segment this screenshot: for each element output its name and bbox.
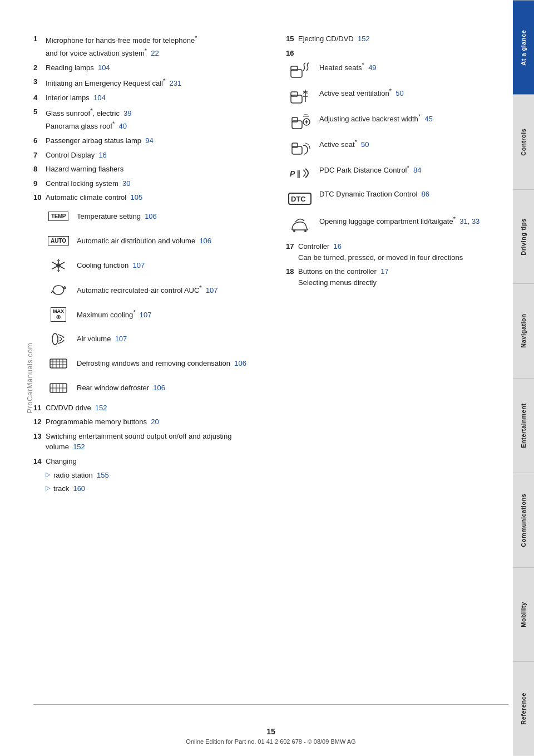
airvolume-icon <box>47 330 70 348</box>
tab-at-a-glance[interactable]: At a glance <box>513 0 534 95</box>
svg-text:DTC: DTC <box>291 195 306 203</box>
climate-row-max: MAX◎ Maximum cooling* 107 <box>46 305 269 325</box>
climate-section: TEMP Temperature setting 106 AUTO Automa… <box>46 207 269 398</box>
arrow-icon: ▷ <box>46 483 50 494</box>
svg-text:A: A <box>62 285 66 290</box>
seat-item-dtc: DTC DTC Dynamic Traction Control 86 <box>286 189 508 209</box>
list-item: 5 Glass sunroof*, electric 39 Panorama g… <box>33 106 269 132</box>
climate-row-airvolume: Air volume 107 <box>46 329 269 349</box>
seat-item-active: Active seat* 50 <box>286 138 508 158</box>
page-number: 15 <box>33 727 508 736</box>
right-column: 15 Ejecting CD/DVD 152 16 <box>286 33 508 496</box>
defrost-icon <box>47 355 70 372</box>
list-item: 14 Changing <box>33 456 269 467</box>
dtc-icon: DTC <box>288 189 312 209</box>
seat-item-ventilation: Active seat ventilation* 50 <box>286 86 508 106</box>
tab-mobility[interactable]: Mobility <box>513 567 534 662</box>
seat-ventilation-icon <box>288 86 312 106</box>
list-item: 9 Central locking system 30 <box>33 178 269 189</box>
tab-communications[interactable]: Communications <box>513 473 534 567</box>
list-item: 6 Passenger airbag status lamp 94 <box>33 135 269 146</box>
indent-item: ▷ track 160 <box>46 483 269 494</box>
tab-reference[interactable]: Reference <box>513 661 534 756</box>
list-item: 18 Buttons on the controller 17Selecting… <box>286 266 508 288</box>
list-item: 7 Control Display 16 <box>33 150 269 161</box>
seat-item-luggage: Opening luggage compartment lid/tailgate… <box>286 214 508 234</box>
snowflake-icon <box>47 257 70 274</box>
backrest-icon <box>288 112 312 132</box>
indent-item: ▷ radio station 155 <box>46 470 269 481</box>
list-item: 15 Ejecting CD/DVD 152 <box>286 33 508 45</box>
climate-row-defrost: Defrosting windows and removing condensa… <box>46 354 269 374</box>
list-item: 2 Reading lamps 104 <box>33 62 269 73</box>
sub-list: ▷ radio station 155 ▷ track 160 <box>46 470 269 494</box>
list-item: 17 Controller 16Can be turned, pressed, … <box>286 241 508 263</box>
rear-defrost-icon <box>47 379 70 397</box>
page-footer: 15 Online Edition for Part no. 01 41 2 6… <box>33 667 508 756</box>
seat-item-pdc: P ∥ PDC Park Distance Control* 84 <box>286 163 508 183</box>
footer-text: Online Edition for Part no. 01 41 2 602 … <box>33 738 508 745</box>
active-seat-icon <box>288 138 312 158</box>
sidebar-tabs: At a glance Controls Driving tips Naviga… <box>513 0 534 756</box>
seat-item-backrest: Adjusting active backrest width* 45 <box>286 112 508 132</box>
svg-text:P: P <box>290 169 295 178</box>
list-item: 3 Initiating an Emergency Request call* … <box>33 76 269 89</box>
svg-point-42 <box>304 230 306 232</box>
list-item: 4 Interior lamps 104 <box>33 92 269 104</box>
climate-row-rear-defrost: Rear window defroster 106 <box>46 378 269 398</box>
watermark: ProCarManuals.com <box>26 343 34 414</box>
climate-row-recirc: A Automatic recirculated-air control AUC… <box>46 280 269 300</box>
temp-icon: TEMP <box>48 212 68 221</box>
tab-controls[interactable]: Controls <box>513 95 534 189</box>
left-column: 1 Microphone for hands-free mode for tel… <box>33 33 269 496</box>
recirc-icon: A <box>47 281 70 299</box>
climate-row-temp: TEMP Temperature setting 106 <box>46 207 269 227</box>
auto-icon: AUTO <box>48 236 69 246</box>
tab-entertainment[interactable]: Entertainment <box>513 378 534 473</box>
list-item: 12 Programmable memory buttons 20 <box>33 416 269 428</box>
svg-point-9 <box>52 333 58 345</box>
list-item: 11 CD/DVD drive 152 <box>33 402 269 414</box>
tab-driving-tips[interactable]: Driving tips <box>513 189 534 284</box>
svg-point-41 <box>293 230 295 232</box>
list-item: 1 Microphone for hands-free mode for tel… <box>33 33 269 59</box>
list-item: 8 Hazard warning flashers <box>33 164 269 175</box>
climate-row-auto: AUTO Automatic air distribution and volu… <box>46 231 269 251</box>
max-icon: MAX◎ <box>51 307 66 322</box>
list-item-16: 16 <box>286 48 508 59</box>
list-item: 13 Switching entertainment sound output … <box>33 431 269 453</box>
luggage-icon <box>288 214 312 234</box>
heated-seats-icon <box>288 61 312 81</box>
tab-navigation[interactable]: Navigation <box>513 283 534 378</box>
seat-item-heated: Heated seats* 49 <box>286 61 508 81</box>
arrow-icon: ▷ <box>46 470 50 481</box>
svg-text:∥: ∥ <box>296 169 300 178</box>
list-item: 10 Automatic climate control 105 <box>33 192 269 203</box>
climate-row-cooling: Cooling function 107 <box>46 256 269 276</box>
pdc-icon: P ∥ <box>288 163 312 183</box>
